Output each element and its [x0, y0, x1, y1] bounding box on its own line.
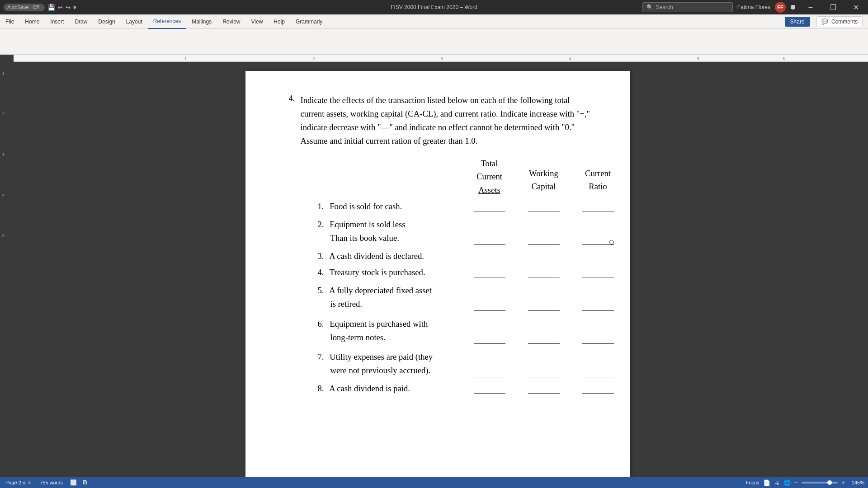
focus-label[interactable]: Focus [746, 480, 760, 485]
svg-text:4: 4 [569, 56, 571, 61]
tab-grammarly[interactable]: Grammarly [290, 14, 328, 29]
question-4-text: Indicate the effects of the transaction … [301, 94, 594, 148]
item-4-col3-blank [571, 268, 625, 277]
blank-line [528, 335, 560, 344]
more-icon[interactable]: ▾ [73, 4, 76, 11]
autosave-badge[interactable]: AutoSave Off [4, 4, 45, 11]
statusbar-left: Page 2 of 4 755 words ⬜ 🖹 [4, 479, 88, 486]
item-7-num: 7. [318, 352, 324, 361]
view-icon-read[interactable]: 📄 [763, 479, 770, 486]
comments-button[interactable]: 💬 Comments [816, 16, 863, 27]
item-7-label: 7. Utility expenses are paid (they were … [318, 350, 462, 377]
item-3-col1-blank [462, 252, 517, 261]
col2-header: Total Current Assets [462, 157, 517, 197]
item-5-col2-blank [517, 284, 571, 311]
main: 1 2 3 4 5 4. Indicate the effects of the… [0, 62, 868, 477]
zoom-thumb [827, 480, 832, 485]
zoom-slider[interactable] [802, 482, 838, 483]
ruler-num-3: 3 [2, 152, 5, 157]
item-row-8: 8. A cash dividend is paid. [318, 384, 594, 394]
item-7-line1: 7. Utility expenses are paid (they [318, 350, 462, 364]
item-4-col2-blank [517, 268, 571, 277]
comments-icon: 💬 [821, 19, 828, 25]
col3-working: Working [517, 167, 571, 180]
record-icon[interactable]: ⏺ [789, 3, 797, 11]
tab-references[interactable]: References [148, 14, 186, 29]
item-3-col2-blank [517, 252, 571, 261]
zoom-out-icon[interactable]: − [794, 479, 798, 486]
tab-draw[interactable]: Draw [69, 14, 93, 29]
view-icon-web[interactable]: 🌐 [783, 479, 791, 486]
blank-line [582, 302, 614, 311]
document-title: FISV 2000 Final Exam 2020 – Word [391, 4, 477, 10]
titlebar-center: FISV 2000 Final Exam 2020 – Word [391, 4, 477, 10]
restore-button[interactable]: ❐ [823, 0, 844, 14]
blank-line [528, 202, 560, 211]
zoom-in-icon[interactable]: + [841, 479, 845, 486]
item-6-col1-blank [462, 317, 517, 344]
blank-line [582, 202, 614, 211]
track-changes-icon[interactable]: 🖹 [82, 479, 88, 486]
view-icon-print[interactable]: 🖨 [774, 479, 780, 486]
blank-line [474, 202, 505, 211]
item-row-7: 7. Utility expenses are paid (they were … [318, 350, 594, 377]
autosave-state: Off [31, 5, 41, 10]
close-button[interactable]: ✕ [845, 0, 866, 14]
tab-file[interactable]: File [0, 14, 19, 29]
undo-icon[interactable]: ↩ [58, 4, 63, 11]
titlebar-right: 🔍 Search Fatima Flores FF ⏺ – ❐ ✕ [642, 0, 868, 14]
page-info[interactable]: Page 2 of 4 [4, 480, 33, 485]
redo-icon[interactable]: ↪ [66, 4, 71, 11]
tab-home[interactable]: Home [19, 14, 45, 29]
share-label: Share [790, 19, 805, 25]
zoom-percent[interactable]: 145% [849, 480, 864, 485]
svg-text:3: 3 [441, 56, 443, 61]
items-list: 1. Food is sold for cash. [318, 202, 594, 394]
ruler-container: 1 2 3 4 5 6 [0, 55, 868, 62]
svg-text:6: 6 [783, 56, 785, 61]
item-4-col1-blank [462, 268, 517, 277]
blank-line [528, 268, 560, 277]
word-count[interactable]: 755 words [38, 480, 65, 485]
tab-view[interactable]: View [246, 14, 269, 29]
save-icon[interactable]: 💾 [47, 4, 55, 11]
search-box[interactable]: 🔍 Search [642, 2, 733, 12]
page-container: 4. Indicate the effects of the transacti… [7, 62, 868, 477]
item-row-5: 5. A fully depreciated fixed asset is re… [318, 284, 594, 311]
item-5-num: 5. [318, 286, 324, 295]
blank-line [582, 335, 614, 344]
tab-insert[interactable]: Insert [45, 14, 69, 29]
blank-line [474, 335, 505, 344]
item-1-col2-blank [517, 202, 571, 211]
item-row-6: 6. Equipment is purchased with long-term… [318, 317, 594, 344]
ribbon-actions [0, 29, 868, 54]
accessibility-icon[interactable]: ⬜ [70, 479, 77, 486]
item-row-3: 3. A cash dividend is declared. [318, 251, 594, 261]
avatar[interactable]: FF [775, 2, 786, 13]
item-5-col1-blank [462, 284, 517, 311]
item-5-label: 5. A fully depreciated fixed asset is re… [318, 284, 462, 311]
ruler: 1 2 3 4 5 6 [14, 55, 868, 62]
blank-line [528, 302, 560, 311]
blank-line [474, 368, 505, 377]
share-button[interactable]: Share [785, 17, 810, 27]
search-icon: 🔍 [646, 4, 653, 10]
blank-line [582, 368, 614, 377]
tab-help[interactable]: Help [268, 14, 290, 29]
tab-design[interactable]: Design [93, 14, 120, 29]
item-6-line2: long-term notes. [318, 331, 462, 344]
item-4-num: 4. [318, 267, 324, 277]
item-4-label: 4. Treasury stock is purchased. [318, 267, 462, 277]
table-section: Total Current Assets Working Capital Cur… [318, 157, 594, 394]
col3-capital: Capital [517, 180, 571, 193]
blank-cursor-container [582, 231, 614, 245]
item-7-col3-blank [571, 350, 625, 377]
item-2-col1-blank [462, 218, 517, 245]
tab-mailings[interactable]: Mailings [186, 14, 217, 29]
item-7-col1-blank [462, 350, 517, 377]
tab-layout[interactable]: Layout [121, 14, 148, 29]
tab-review[interactable]: Review [217, 14, 245, 29]
minimize-button[interactable]: – [800, 0, 821, 14]
col4-spacer [571, 157, 625, 167]
blank-line [528, 252, 560, 261]
